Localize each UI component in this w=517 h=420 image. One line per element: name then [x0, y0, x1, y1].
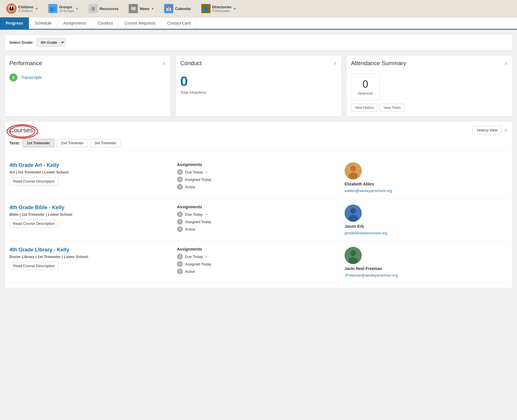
course-info-art: 4th Grade Art - Kelly Art | 1st Trimeste…	[9, 162, 172, 185]
nav-groups[interactable]: 👥 Groups 10 Groups ▼	[47, 3, 80, 14]
assignment-assigned-today-library: 0 Assigned Today	[177, 261, 340, 267]
teacher-col-bible: Jason Erb jerb@wesleyanschool.org	[345, 205, 508, 235]
assigned-today-label-art: Assigned Today	[185, 177, 211, 182]
tab-schedule[interactable]: Schedule	[29, 17, 57, 29]
nav-directories[interactable]: 👤 Directories 4 Directories ▼	[200, 3, 238, 14]
conduct-infractions-count: 0	[180, 73, 337, 89]
history-view-button[interactable]: History View	[473, 126, 502, 134]
assignment-active-art: 0 Active	[177, 184, 340, 190]
assigned-today-badge-art: 0	[177, 177, 183, 182]
performance-collapse-icon[interactable]: ∧	[162, 61, 166, 66]
jacki-avatar-svg	[345, 247, 362, 264]
attendance-buttons: View History View Totals	[351, 104, 508, 112]
teacher-name-jacki: Jacki Reid Freeman	[345, 266, 382, 271]
course-name-library[interactable]: 4th Grade Library - Kelly	[9, 247, 172, 253]
read-course-description-library-button[interactable]: Read Course Description	[9, 262, 58, 270]
assigned-today-badge-library: 0	[177, 261, 183, 267]
svg-point-5	[350, 208, 356, 214]
news-label: News	[140, 7, 149, 11]
separator-bible: --	[205, 212, 208, 217]
nav-calendar[interactable]: 📅 Calendar	[162, 3, 193, 14]
courses-title: Courses	[9, 127, 33, 134]
grade-selector-select[interactable]: 4th Grade 3rd Grade 5th Grade	[36, 38, 65, 47]
nav-news[interactable]: 📰 News ▼	[127, 3, 156, 14]
groups-dropdown-arrow: ▼	[75, 7, 78, 10]
tab-contact-card[interactable]: Contact Card	[162, 17, 197, 29]
attendance-card: Attendance Summary ∧ 0 Absences View His…	[346, 55, 512, 117]
teacher-name-elizabeth: Elizabeth Ables	[345, 182, 374, 186]
grade-selector-container: Select Grade: 4th Grade 3rd Grade 5th Gr…	[5, 34, 512, 51]
read-course-description-art-button[interactable]: Read Course Description	[9, 177, 58, 185]
course-info-bible: 4th Grade Bible - Kelly Bible | 1st Trim…	[9, 205, 172, 228]
assigned-today-label-library: Assigned Today	[185, 262, 211, 266]
groups-label: Groups	[59, 5, 74, 9]
active-badge-library: 0	[177, 269, 183, 274]
teacher-col-library: Jacki Reid Freeman JFreeman@wesleyanscho…	[345, 247, 508, 277]
transcripts-link[interactable]: Transcripts	[21, 75, 42, 80]
term-3rd-trimester-button[interactable]: 3rd Trimester	[90, 139, 121, 147]
due-today-badge-library: 0	[177, 254, 183, 259]
due-today-badge-bible: 0	[177, 211, 183, 217]
courses-header: Courses History View ∧	[9, 126, 508, 134]
courses-collapse-icon[interactable]: ∧	[504, 127, 508, 133]
directories-sublabel: 4 Directories	[212, 9, 232, 13]
tab-progress[interactable]: Progress	[0, 17, 29, 29]
separator-library: --	[205, 254, 208, 259]
tab-conduct[interactable]: Conduct	[92, 17, 119, 29]
course-name-art[interactable]: 4th Grade Art - Kelly	[9, 162, 172, 168]
active-badge-art: 0	[177, 184, 183, 190]
assignments-title-art: Assignments	[177, 162, 340, 167]
term-2nd-trimester-button[interactable]: 2nd Trimester	[57, 139, 88, 147]
resources-icon: ⊞	[89, 4, 98, 13]
children-sublabel: 2 Children	[18, 9, 33, 13]
calendar-label: Calendar	[175, 7, 191, 11]
assignment-assigned-today-art: 0 Assigned Today	[177, 177, 340, 182]
assignments-art: Assignments 0 Due Today -- 0 Assigned To…	[177, 162, 340, 191]
view-totals-button[interactable]: View Totals	[380, 104, 404, 112]
course-item: 4th Grade Library - Kelly Dozier Library…	[9, 241, 508, 283]
directories-dropdown-arrow: ▼	[233, 7, 236, 10]
teacher-email-elizabeth[interactable]: eables@wesleyanschool.org	[345, 189, 392, 193]
tab-course-requests[interactable]: Course Requests	[119, 17, 161, 29]
attendance-collapse-icon[interactable]: ∧	[504, 61, 508, 66]
top-nav: 👪 Children 2 Children ▼ 👥 Groups 10 Grou…	[0, 0, 517, 17]
conduct-title: Conduct	[180, 60, 202, 67]
svg-point-8	[350, 250, 356, 256]
assignment-active-library: 0 Active	[177, 269, 340, 274]
courses-section: Courses History View ∧ Term: 1st Trimest…	[5, 121, 512, 288]
term-1st-trimester-button[interactable]: 1st Trimester	[23, 139, 54, 147]
performance-card: Performance ∧ 2 Transcripts	[5, 55, 171, 117]
nav-children[interactable]: 👪 Children 2 Children ▼	[5, 2, 40, 15]
teacher-email-jason[interactable]: jerb@wesleyanschool.org	[345, 231, 387, 235]
course-item: 4th Grade Art - Kelly Art | 1st Trimeste…	[9, 157, 508, 199]
due-today-label-art: Due Today	[185, 170, 203, 174]
performance-card-header: Performance ∧	[9, 60, 166, 69]
absences-count: 0	[356, 78, 375, 90]
course-info-library: 4th Grade Library - Kelly Dozier Library…	[9, 247, 172, 270]
children-dropdown-arrow: ▼	[35, 7, 38, 10]
view-history-button[interactable]: View History	[351, 104, 377, 112]
assignments-title-library: Assignments	[177, 247, 340, 251]
teacher-name-jason: Jason Erb	[345, 224, 364, 229]
teacher-email-jacki[interactable]: JFreeman@wesleyanschool.org	[345, 273, 398, 277]
jason-avatar-svg	[345, 205, 362, 222]
due-today-label-bible: Due Today	[185, 212, 203, 217]
assignment-due-today-bible: 0 Due Today --	[177, 211, 340, 217]
assignment-assigned-today-bible: 0 Assigned Today	[177, 219, 340, 225]
conduct-collapse-icon[interactable]: ∧	[333, 61, 337, 66]
nav-resources[interactable]: ⊞ Resources	[87, 3, 120, 14]
assigned-today-badge-bible: 0	[177, 219, 183, 225]
active-badge-bible: 0	[177, 226, 183, 232]
teacher-avatar-jason	[345, 205, 362, 222]
assigned-today-label-bible: Assigned Today	[185, 220, 211, 224]
directories-icon: 👤	[201, 4, 210, 13]
courses-title-container: Courses	[9, 127, 33, 134]
groups-sublabel: 10 Groups	[59, 9, 74, 13]
course-name-bible[interactable]: 4th Grade Bible - Kelly	[9, 205, 172, 211]
attendance-box: 0 Absences	[351, 73, 380, 100]
tab-bar: Progress Schedule Assignments Conduct Co…	[0, 17, 517, 30]
due-today-badge-art: 0	[177, 169, 183, 175]
read-course-description-bible-button[interactable]: Read Course Description	[9, 219, 58, 228]
teacher-col-art: Elizabeth Ables eables@wesleyanschool.or…	[345, 162, 508, 193]
tab-assignments[interactable]: Assignments	[57, 17, 92, 29]
